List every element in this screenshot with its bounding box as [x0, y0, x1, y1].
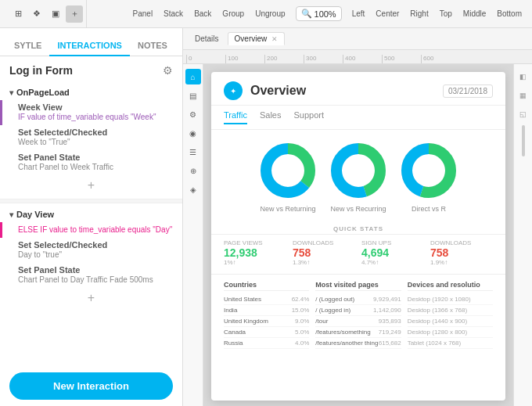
sidebar-list-icon[interactable]: ☰ — [185, 144, 201, 160]
dash-nav-support[interactable]: Support — [293, 110, 324, 124]
tab-style[interactable]: SYTLE — [6, 36, 49, 56]
toolbar-stack-btn[interactable]: Stack — [160, 8, 187, 20]
stat-downloads-2-value: 758 — [430, 246, 493, 259]
toolbar-center-align[interactable]: Center — [372, 8, 403, 20]
donut-label-1: New vs Returning — [260, 205, 315, 213]
canvas-tab-overview[interactable]: Overview ✕ — [228, 32, 285, 45]
add-action-btn-1[interactable]: + — [0, 175, 182, 196]
table-pages: Most visited pages / (Logged out)9,929,4… — [315, 281, 401, 349]
zoom-control[interactable]: 🔍 100% — [296, 6, 342, 21]
scrollbar-thumb[interactable] — [522, 125, 525, 156]
dash-title: Overview — [250, 84, 443, 98]
canvas-view[interactable]: ✦ Overview 03/21/2018 Traffic Sales Supp… — [203, 64, 513, 406]
trigger-day-view[interactable]: Day View — [0, 207, 182, 222]
table-row: Desktop (1440 x 900) — [408, 316, 493, 327]
action-set-selected-checked[interactable]: Set Selected/Checked Week to "True" — [0, 125, 182, 150]
stat-downloads: DOWNLOADS 758 1.3%↑ — [293, 239, 355, 266]
stat-page-views-change: 1%↑ — [224, 259, 286, 266]
action-week-view[interactable]: Week View IF value of time_variable equa… — [0, 100, 182, 125]
ruler-500: 500 — [382, 55, 421, 63]
panel-tabs: SYTLE INTERACTIONS NOTES — [0, 28, 182, 56]
canvas-ruler: 0 100 200 300 400 500 600 — [183, 50, 532, 64]
tab-notes[interactable]: NOTES — [130, 36, 175, 56]
component-icon[interactable]: ❖ — [28, 5, 45, 23]
sidebar-home-icon[interactable]: ⌂ — [185, 69, 201, 84]
group-divider — [0, 199, 182, 203]
dashboard-frame: ✦ Overview 03/21/2018 Traffic Sales Supp… — [211, 72, 505, 401]
frame-icon[interactable]: ▣ — [47, 5, 64, 23]
toolbar-right-align[interactable]: Right — [406, 8, 432, 20]
toolbar-group-btn[interactable]: Group — [218, 8, 248, 20]
zoom-icon: 🔍 — [301, 9, 312, 19]
stat-signups-change: 4.7%↑ — [361, 259, 424, 266]
action-else-if-detail: ELSE IF value to time_variable equals "D… — [18, 225, 173, 235]
stat-downloads-change: 1.3%↑ — [293, 259, 355, 266]
stat-signups-value: 4,694 — [361, 246, 424, 259]
toolbar-back-btn[interactable]: Back — [190, 8, 215, 20]
zoom-value: 100% — [315, 9, 336, 19]
new-interaction-button[interactable]: New Interaction — [9, 372, 173, 400]
donut-label-2: New vs Recurring — [330, 205, 386, 213]
add-icon[interactable]: ＋ — [66, 5, 83, 23]
sidebar-settings-icon[interactable]: ⚙ — [185, 106, 201, 122]
sidebar-palette-icon[interactable]: ◈ — [185, 181, 201, 197]
table-row: / (Logged in)1,142,090 — [315, 305, 401, 316]
action-set-panel-state-day[interactable]: Set Panel State Chart Panel to Day Traff… — [0, 263, 182, 288]
right-sidebar-icon-2[interactable]: ▦ — [516, 88, 531, 103]
tab-interactions[interactable]: INTERACTIONS — [49, 36, 130, 56]
toolbar-top-align[interactable]: Top — [436, 8, 456, 20]
tab-close-icon[interactable]: ✕ — [271, 35, 278, 43]
right-sidebar-icon-1[interactable]: ◧ — [516, 69, 531, 84]
stat-downloads-2-change: 1.9%↑ — [430, 259, 493, 266]
trigger-onpageload[interactable]: OnPageLoad — [0, 84, 182, 100]
toolbar-ungroup-btn[interactable]: Ungroup — [251, 8, 289, 20]
action-set-selected-name: Set Selected/Checked — [18, 128, 173, 137]
add-action-btn-2[interactable]: + — [0, 288, 182, 308]
action-set-selected-day[interactable]: Set Selected/Checked Day to "true" — [0, 238, 182, 263]
donut-svg-3 — [397, 139, 460, 202]
table-row: Desktop (1366 x 768) — [408, 305, 493, 316]
dash-nav-sales[interactable]: Sales — [260, 110, 282, 124]
stat-page-views: PAGE VIEWS 12,938 1%↑ — [224, 239, 286, 266]
stat-page-views-value: 12,938 — [224, 246, 286, 259]
right-panel: Details Overview ✕ 0 100 200 300 400 500… — [183, 28, 532, 406]
dash-stats: PAGE VIEWS 12,938 1%↑ DOWNLOADS 758 1.3%… — [211, 234, 505, 275]
toolbar-bottom-align[interactable]: Bottom — [493, 8, 526, 20]
table-devices: Devices and resolutio Desktop (1920 x 10… — [408, 281, 493, 349]
dash-date: 03/21/2018 — [443, 84, 493, 98]
action-set-panel-state-day-name: Set Panel State — [18, 265, 173, 275]
table-row: / (Logged out)9,929,491 — [315, 294, 401, 305]
interaction-group-dayview: Day View ELSE IF value to time_variable … — [0, 207, 182, 308]
ruler-300: 300 — [304, 55, 343, 63]
donut-svg-1 — [257, 139, 319, 202]
table-row: Desktop (1920 x 1080) — [408, 294, 493, 305]
toolbar-left-align[interactable]: Left — [348, 8, 369, 20]
canvas-toolbar: Details Overview ✕ — [183, 28, 532, 50]
table-pages-header: Most visited pages — [315, 281, 401, 291]
table-row: India15.0% — [224, 305, 309, 316]
toolbar-middle-align[interactable]: Middle — [459, 8, 490, 20]
table-row: /features/something719,249 — [315, 327, 401, 338]
canvas-area: ⌂ ▤ ⚙ ◉ ☰ ⊕ ◈ ✦ Overview 03/21/2018 — [183, 64, 532, 406]
sidebar-layers-icon[interactable]: ▤ — [185, 88, 201, 103]
stat-downloads-2-label: DOWNLOADS — [430, 239, 493, 246]
sidebar-map-icon[interactable]: ⊕ — [185, 163, 201, 178]
action-set-selected-day-name: Set Selected/Checked — [18, 240, 173, 250]
donut-chart-1: New vs Returning — [257, 139, 319, 213]
ruler-100: 100 — [225, 55, 264, 63]
toolbar-left-group: ⊞ ❖ ▣ ＋ — [6, 0, 87, 27]
dash-nav-traffic[interactable]: Traffic — [224, 110, 247, 124]
sidebar-chart-icon[interactable]: ◉ — [185, 125, 201, 141]
action-else-if[interactable]: ELSE IF value to time_variable equals "D… — [0, 222, 182, 238]
right-sidebar: ◧ ▦ ◱ — [513, 64, 532, 406]
ruler-0: 0 — [186, 55, 225, 63]
settings-icon[interactable]: ⚙ — [163, 64, 173, 77]
canvas-tab-details[interactable]: Details — [188, 32, 226, 45]
grid-icon[interactable]: ⊞ — [9, 5, 27, 23]
stat-downloads-value: 758 — [293, 246, 355, 259]
action-set-panel-state[interactable]: Set Panel State Chart Panel to Week Traf… — [0, 150, 182, 175]
action-set-panel-name: Set Panel State — [18, 153, 173, 162]
right-sidebar-icon-3[interactable]: ◱ — [516, 106, 531, 122]
toolbar-panel-btn[interactable]: Panel — [129, 8, 157, 20]
table-countries-header: Countries — [224, 281, 309, 291]
